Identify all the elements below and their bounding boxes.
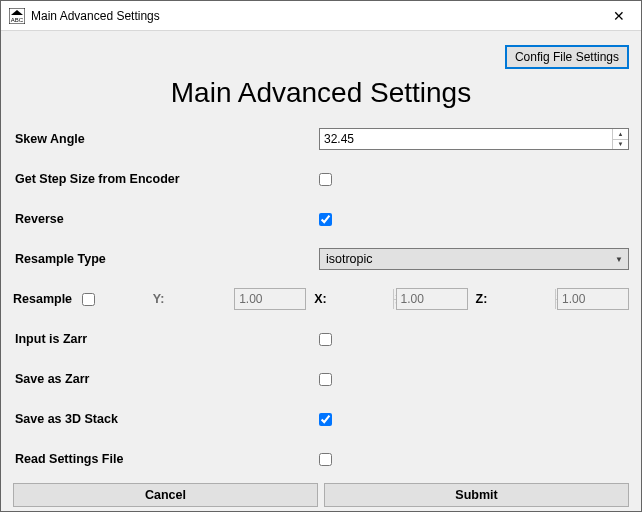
window-title: Main Advanced Settings [31,9,160,23]
resample-z-spinbox[interactable]: ▲▼ [557,288,629,310]
up-arrow-icon[interactable]: ▲ [613,129,628,140]
resample-checkbox[interactable] [82,293,95,306]
row-get-step-size: Get Step Size from Encoder [13,159,629,199]
resample-type-combobox[interactable]: isotropic ▼ [319,248,629,270]
row-resample-type: Resample Type isotropic ▼ [13,239,629,279]
reverse-checkbox[interactable] [319,213,332,226]
resample-z-label: Z: [476,292,498,306]
page-title: Main Advanced Settings [13,77,629,109]
save-as-3d-stack-checkbox[interactable] [319,413,332,426]
config-file-settings-button[interactable]: Config File Settings [505,45,629,69]
resample-type-value: isotropic [320,252,610,266]
get-step-size-checkbox[interactable] [319,173,332,186]
row-input-is-zarr: Input is Zarr [13,319,629,359]
resample-y-spinbox[interactable]: ▲▼ [234,288,306,310]
skew-angle-label: Skew Angle [13,132,319,146]
skew-angle-input[interactable] [320,129,612,149]
chevron-down-icon[interactable]: ▼ [610,255,628,264]
resample-label: Resample [13,292,72,306]
titlebar: ABC Main Advanced Settings ✕ [1,1,641,31]
get-step-size-label: Get Step Size from Encoder [13,172,319,186]
row-resample: Resample Y: ▲▼ X: ▲▼ Z: ▲▼ [13,279,629,319]
input-is-zarr-checkbox[interactable] [319,333,332,346]
close-button[interactable]: ✕ [596,1,641,31]
save-as-zarr-label: Save as Zarr [13,372,319,386]
submit-button[interactable]: Submit [324,483,629,507]
row-save-as-3d-stack: Save as 3D Stack [13,399,629,439]
read-settings-file-label: Read Settings File [13,452,319,466]
resample-x-spinbox[interactable]: ▲▼ [396,288,468,310]
resample-z-input[interactable] [558,289,642,309]
skew-angle-stepper[interactable]: ▲▼ [612,129,628,149]
row-skew-angle: Skew Angle ▲▼ [13,119,629,159]
reverse-label: Reverse [13,212,319,226]
resample-y-label: Y: [153,292,175,306]
content-area: Config File Settings Main Advanced Setti… [1,31,641,512]
save-as-zarr-checkbox[interactable] [319,373,332,386]
skew-angle-spinbox[interactable]: ▲▼ [319,128,629,150]
input-is-zarr-label: Input is Zarr [13,332,319,346]
resample-type-label: Resample Type [13,252,319,266]
down-arrow-icon[interactable]: ▼ [613,140,628,150]
resample-x-label: X: [314,292,336,306]
svg-text:ABC: ABC [11,17,24,23]
button-row: Cancel Submit [13,483,629,507]
save-as-3d-stack-label: Save as 3D Stack [13,412,319,426]
row-read-settings-file: Read Settings File [13,439,629,479]
settings-form: Skew Angle ▲▼ Get Step Size from Encoder… [13,119,629,507]
row-save-as-zarr: Save as Zarr [13,359,629,399]
row-reverse: Reverse [13,199,629,239]
app-icon: ABC [9,8,25,24]
read-settings-file-checkbox[interactable] [319,453,332,466]
cancel-button[interactable]: Cancel [13,483,318,507]
